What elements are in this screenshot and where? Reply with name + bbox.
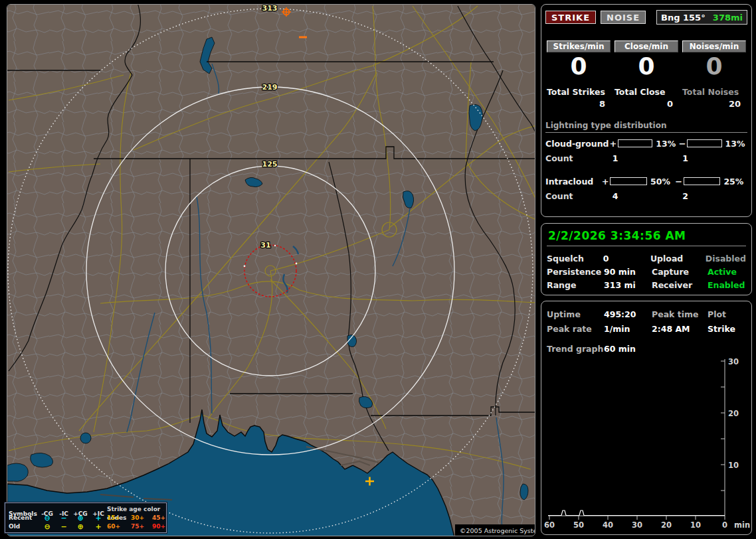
age-code-90: 90+ — [152, 522, 172, 531]
intracloud-row: Intracloud + 50% − 25% — [545, 174, 747, 189]
strike-symbol-minus-ic — [299, 37, 307, 38]
ic-plus-bar — [610, 177, 647, 185]
uptime-value: 495:20 — [604, 309, 652, 319]
x-tick-0: 0 — [722, 520, 727, 530]
cg-minus-bar — [687, 139, 722, 147]
x-tick-40: 40 — [603, 520, 613, 530]
cg-plus-bar — [618, 139, 653, 147]
status-panel: 2/2/2026 3:34:56 AM Squelch 0 Upload Dis… — [541, 223, 752, 295]
counters-panel: STRIKE NOISE Bng 155° 378mi Strikes/min … — [541, 4, 752, 217]
uptime-row: Uptime 495:20 Peak time Plot — [547, 307, 746, 321]
plus-icon: + — [90, 514, 107, 522]
total-strikes-label: Total Strikes — [547, 87, 611, 97]
age-code-15: 15+ — [107, 514, 131, 522]
plot-label: Plot — [708, 309, 746, 319]
noises-per-min-value: 0 — [682, 52, 746, 82]
strikes-per-min-button[interactable]: Strikes/min — [547, 40, 611, 52]
capture-status: Active — [708, 267, 746, 277]
status-row: Range 313 mi Receiver Enabled — [547, 278, 746, 291]
noises-counter-column: Noises/min 0 Total Noises 20 — [682, 40, 746, 109]
circled-plus-icon: ⊕ — [71, 523, 90, 530]
circled-minus-icon: ⊖ — [38, 523, 56, 530]
cloud-ground-count-row: Count 1 1 — [545, 153, 747, 165]
cg-plus-count: 1 — [607, 153, 678, 165]
x-tick-10: 10 — [690, 520, 701, 530]
y-tick-30: 30 — [728, 357, 739, 366]
upload-status: Disabled — [706, 254, 746, 264]
total-close-label: Total Close — [614, 87, 678, 97]
close-counter-column: Close/min 0 Total Close 0 — [614, 40, 678, 109]
total-noises-label: Total Noises — [682, 87, 746, 97]
x-tick-60: 60 — [544, 520, 555, 530]
age-code-45: 45+ — [152, 514, 172, 522]
strike-map[interactable]: 313 219 125 31 ©2005 Astrogenic Systems — [7, 5, 535, 536]
close-per-min-button[interactable]: Close/min — [614, 40, 678, 52]
legend-old-label: Old — [9, 522, 38, 531]
total-strikes-value: 8 — [547, 99, 611, 109]
strikes-counter-column: Strikes/min 0 Total Strikes 8 — [547, 40, 611, 109]
intracloud-count-row: Count 4 2 — [545, 191, 747, 203]
peak-rate-row: Peak rate 1/min 2:48 AM Strike — [547, 321, 746, 336]
distance-value: 378mi — [713, 13, 743, 23]
minus-icon: − — [56, 514, 71, 522]
ic-plus-count: 4 — [607, 191, 678, 203]
trend-data-line — [548, 510, 725, 516]
ring-label-219: 219 — [262, 83, 278, 92]
ring-label-125: 125 — [262, 160, 278, 169]
y-tick-10: 10 — [728, 461, 739, 470]
ring-label-31: 31 — [260, 241, 270, 250]
status-row: Squelch 0 Upload Disabled — [547, 252, 746, 265]
noise-mode-button[interactable]: NOISE — [601, 11, 646, 24]
x-tick-20: 20 — [661, 520, 672, 530]
capture-label: Capture — [652, 267, 708, 277]
noises-per-min-button[interactable]: Noises/min — [682, 40, 746, 52]
datetime-display: 2/2/2026 3:34:56 AM — [547, 227, 746, 246]
age-code-30: 30+ — [131, 514, 152, 522]
bearing-value: Bng 155° — [661, 13, 706, 23]
close-per-min-value: 0 — [614, 52, 678, 82]
symbol-legend: Symbols -CG -IC +CG +IC Strike age color… — [5, 502, 167, 533]
lightning-app-window: 313 219 125 31 ©2005 Astrogenic Systems … — [0, 0, 756, 539]
trend-graph: 30 20 10 60 50 40 30 20 10 0 min — [541, 343, 753, 536]
x-tick-30: 30 — [632, 520, 642, 530]
cg-plus-percent: 13% — [656, 139, 678, 149]
ic-plus-percent: 50% — [650, 177, 674, 187]
persistence-label: Persistence — [547, 267, 604, 277]
minus-icon: − — [56, 523, 71, 530]
upload-label: Upload — [650, 254, 706, 264]
total-noises-value: 20 — [682, 99, 746, 109]
range-value: 313 mi — [604, 280, 652, 290]
trend-panel: Uptime 495:20 Peak time Plot Peak rate 1… — [541, 301, 752, 535]
range-label: Range — [547, 280, 604, 290]
plot-value: Strike — [708, 324, 746, 334]
status-row: Persistence 90 min Capture Active — [547, 265, 746, 278]
plus-icon: + — [90, 523, 107, 530]
count-label: Count — [545, 191, 607, 203]
cloud-ground-label: Cloud-ground — [545, 139, 609, 149]
strike-map-panel[interactable]: 313 219 125 31 ©2005 Astrogenic Systems — [7, 4, 535, 536]
peak-rate-label: Peak rate — [547, 324, 604, 334]
age-code-75: 75+ — [131, 522, 152, 531]
ic-minus-bar — [684, 177, 721, 185]
count-label: Count — [545, 153, 607, 165]
legend-recent-label: Recent — [9, 514, 38, 522]
ic-minus-count: 2 — [677, 191, 747, 203]
bearing-readout: Bng 155° 378mi — [656, 10, 747, 25]
total-close-value: 0 — [614, 99, 678, 109]
strikes-per-min-value: 0 — [547, 52, 611, 82]
ic-minus-percent: 25% — [723, 177, 747, 187]
x-tick-50: 50 — [573, 520, 584, 530]
minus-sign: − — [678, 139, 687, 149]
persistence-value: 90 min — [604, 267, 652, 277]
cloud-ground-row: Cloud-ground + 13% − 13% — [545, 136, 747, 151]
strike-mode-button[interactable]: STRIKE — [545, 11, 596, 24]
distribution-title: Lightning type distribution — [545, 121, 747, 133]
receiver-status: Enabled — [708, 280, 746, 290]
squelch-value: 0 — [603, 254, 650, 264]
y-tick-20: 20 — [728, 409, 739, 418]
age-code-60: 60+ — [107, 522, 131, 531]
peak-rate-value: 1/min — [604, 324, 652, 334]
peak-time-label: Peak time — [652, 309, 708, 319]
receiver-label: Receiver — [652, 280, 708, 290]
cg-minus-count: 1 — [677, 153, 747, 165]
